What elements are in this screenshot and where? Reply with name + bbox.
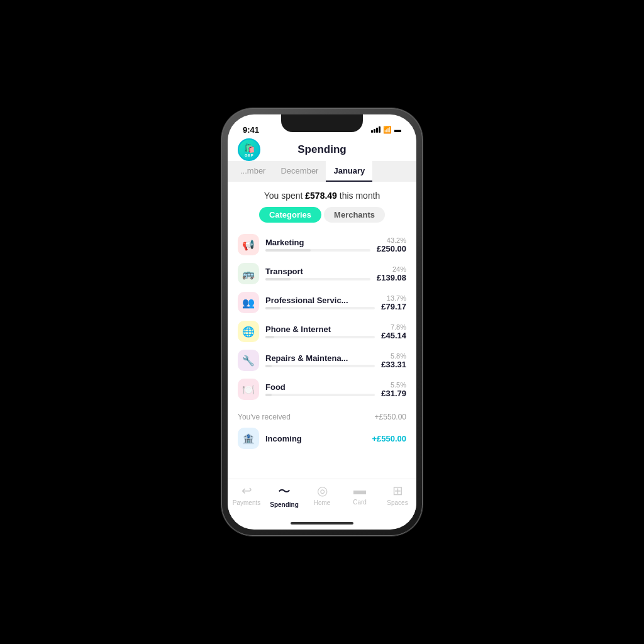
category-icon-marketing: 📢 bbox=[238, 234, 259, 255]
merchants-filter-button[interactable]: Merchants bbox=[324, 207, 385, 223]
category-icon-transport: 🚌 bbox=[238, 263, 259, 284]
list-item[interactable]: 🍽️ Food 5.5% £31.79 bbox=[235, 375, 409, 404]
category-bar bbox=[265, 365, 272, 367]
category-name: Transport bbox=[265, 267, 370, 276]
notch bbox=[281, 114, 363, 132]
category-icon-phone: 🌐 bbox=[238, 321, 259, 342]
category-percent: 13.7% bbox=[381, 294, 406, 302]
nav-spaces[interactable]: ⊞ Spaces bbox=[379, 483, 416, 508]
category-bar bbox=[265, 307, 280, 309]
bottom-nav: ↩ Payments 〜 Spending ◎ Home ▬ Card ⊞ Sp… bbox=[228, 479, 416, 519]
incoming-amount: +£550.00 bbox=[372, 434, 406, 443]
spending-label: Spending bbox=[270, 501, 299, 508]
status-time: 9:41 bbox=[243, 125, 259, 135]
spent-summary: You spent £578.49 this month bbox=[228, 182, 416, 207]
avatar[interactable]: 🛍️ GBP bbox=[238, 138, 260, 161]
category-right: 5.8% £33.31 bbox=[381, 352, 406, 369]
nav-payments[interactable]: ↩ Payments bbox=[228, 483, 265, 508]
spending-icon: 〜 bbox=[278, 483, 291, 500]
category-right: 13.7% £79.17 bbox=[381, 294, 406, 311]
page-title: Spending bbox=[297, 143, 346, 156]
month-tabs: ...mber December January bbox=[228, 161, 416, 182]
spent-prefix: You spent bbox=[264, 191, 306, 201]
category-amount: £33.31 bbox=[381, 360, 406, 369]
category-icon-food: 🍽️ bbox=[238, 379, 259, 400]
category-amount: £79.17 bbox=[381, 302, 406, 311]
status-icons: 📶 ▬ bbox=[371, 126, 401, 134]
card-icon: ▬ bbox=[353, 483, 366, 497]
content-area: You spent £578.49 this month Categories … bbox=[228, 182, 416, 479]
category-name: Repairs & Maintena... bbox=[265, 353, 375, 363]
category-bar bbox=[265, 394, 272, 396]
category-right: 5.5% £31.79 bbox=[381, 381, 406, 398]
category-bar-container bbox=[265, 394, 375, 396]
wifi-icon: 📶 bbox=[383, 126, 392, 134]
tab-december[interactable]: December bbox=[273, 161, 326, 182]
filter-row: Categories Merchants bbox=[228, 207, 416, 223]
spaces-icon: ⊞ bbox=[392, 483, 403, 498]
category-bar bbox=[265, 249, 311, 252]
list-item[interactable]: 🌐 Phone & Internet 7.8% £45.14 bbox=[235, 317, 409, 346]
category-right: 7.8% £45.14 bbox=[381, 323, 406, 340]
list-item[interactable]: 👥 Professional Servic... 13.7% £79.17 bbox=[235, 288, 409, 317]
avatar-icon: 🛍️ bbox=[244, 143, 255, 153]
category-details-transport: Transport bbox=[265, 267, 370, 280]
signal-icon bbox=[371, 126, 380, 133]
category-icon-professional: 👥 bbox=[238, 292, 259, 313]
category-bar-container bbox=[265, 365, 375, 367]
category-details-food: Food bbox=[265, 382, 375, 396]
category-bar-container bbox=[265, 249, 370, 252]
nav-spending[interactable]: 〜 Spending bbox=[265, 483, 303, 508]
category-bar-container bbox=[265, 307, 375, 309]
list-item[interactable]: 🔧 Repairs & Maintena... 5.8% £33.31 bbox=[235, 346, 409, 375]
incoming-icon: 🏦 bbox=[238, 428, 259, 449]
category-bar-container bbox=[265, 336, 375, 338]
category-name: Marketing bbox=[265, 238, 370, 247]
category-amount: £139.08 bbox=[377, 273, 406, 282]
tab-november[interactable]: ...mber bbox=[233, 161, 273, 182]
list-item[interactable]: 📢 Marketing 43.2% £250.00 bbox=[235, 230, 409, 259]
category-bar bbox=[265, 336, 274, 338]
category-name: Professional Servic... bbox=[265, 296, 375, 305]
category-name: Food bbox=[265, 382, 375, 392]
incoming-item[interactable]: 🏦 Incoming +£550.00 bbox=[228, 424, 416, 453]
categories-filter-button[interactable]: Categories bbox=[259, 207, 321, 223]
phone-screen: 9:41 📶 ▬ 🛍️ GBP Spending bbox=[228, 114, 416, 530]
payments-icon: ↩ bbox=[242, 483, 252, 498]
nav-home[interactable]: ◎ Home bbox=[303, 483, 341, 508]
tab-january[interactable]: January bbox=[326, 161, 372, 182]
category-amount: £31.79 bbox=[381, 389, 406, 398]
category-details-marketing: Marketing bbox=[265, 238, 370, 252]
category-right: 24% £139.08 bbox=[377, 265, 406, 282]
incoming-name: Incoming bbox=[265, 434, 365, 443]
spent-amount: £578.49 bbox=[305, 191, 337, 201]
avatar-label: GBP bbox=[245, 153, 253, 157]
category-amount: £250.00 bbox=[377, 244, 406, 253]
received-header: You've received +£550.00 bbox=[228, 404, 416, 424]
category-percent: 7.8% bbox=[381, 323, 406, 331]
category-amount: £45.14 bbox=[381, 331, 406, 340]
category-list: 📢 Marketing 43.2% £250.00 🚌 bbox=[228, 230, 416, 404]
list-item[interactable]: 🚌 Transport 24% £139.08 bbox=[235, 259, 409, 288]
spaces-label: Spaces bbox=[387, 499, 408, 506]
category-percent: 24% bbox=[377, 265, 406, 273]
category-percent: 5.5% bbox=[381, 381, 406, 389]
category-percent: 43.2% bbox=[377, 236, 406, 244]
category-right: 43.2% £250.00 bbox=[377, 236, 406, 253]
received-label: You've received bbox=[238, 413, 291, 421]
spent-suffix: this month bbox=[337, 191, 380, 201]
phone-frame: 9:41 📶 ▬ 🛍️ GBP Spending bbox=[221, 108, 423, 536]
payments-label: Payments bbox=[233, 499, 260, 506]
battery-icon: ▬ bbox=[394, 126, 401, 133]
category-bar bbox=[265, 278, 291, 280]
category-details-repairs: Repairs & Maintena... bbox=[265, 353, 375, 367]
app-header: 🛍️ GBP Spending bbox=[228, 140, 416, 161]
card-label: Card bbox=[353, 499, 367, 506]
received-total: +£550.00 bbox=[375, 413, 406, 421]
category-details-phone: Phone & Internet bbox=[265, 325, 375, 338]
category-percent: 5.8% bbox=[381, 352, 406, 360]
nav-card[interactable]: ▬ Card bbox=[341, 483, 379, 508]
home-icon: ◎ bbox=[317, 483, 328, 498]
home-indicator bbox=[291, 522, 353, 525]
category-details-professional: Professional Servic... bbox=[265, 296, 375, 309]
